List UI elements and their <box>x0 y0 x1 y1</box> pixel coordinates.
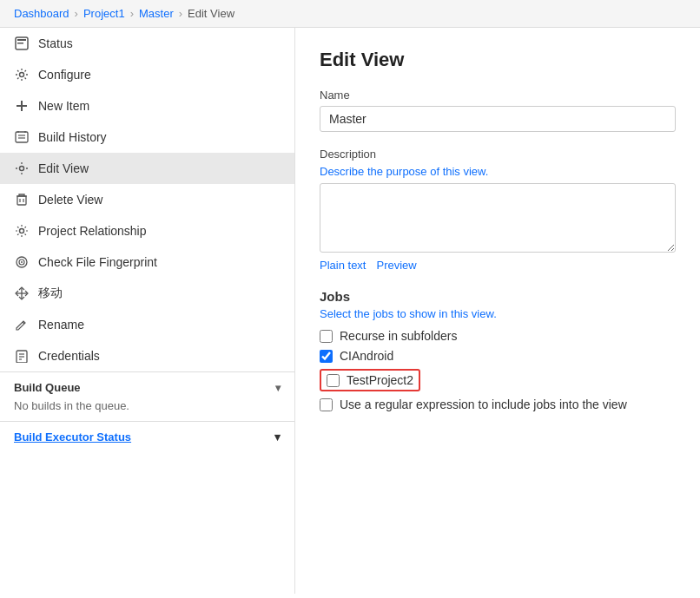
svg-point-15 <box>20 229 24 233</box>
delete-view-icon <box>14 192 30 207</box>
jobs-hint: Select the jobs to show in this view. <box>320 307 676 320</box>
svg-rect-6 <box>16 132 28 142</box>
job-label-regex: Use a regular expression to include jobs… <box>340 398 627 411</box>
sidebar-label-status: Status <box>38 36 73 50</box>
job-row-testproject2: TestProject2 <box>320 369 676 391</box>
jobs-title: Jobs <box>320 289 676 304</box>
build-executor-section: Build Executor Status ▾ <box>0 421 294 452</box>
job-label-testproject2: TestProject2 <box>347 373 413 387</box>
svg-point-18 <box>21 261 23 263</box>
breadcrumb-dashboard[interactable]: Dashboard <box>14 7 69 20</box>
build-executor-title-link[interactable]: Build Executor Status <box>14 430 131 444</box>
sidebar-label-new-item: New Item <box>38 99 89 113</box>
build-queue-content: No builds in the queue. <box>14 394 281 412</box>
main-content: Edit View Name Description Describe the … <box>295 28 700 594</box>
job-row-regex: Use a regular expression to include jobs… <box>320 398 676 411</box>
breadcrumb-project1[interactable]: Project1 <box>83 7 125 20</box>
new-item-icon <box>14 98 30 114</box>
svg-rect-1 <box>17 39 26 41</box>
description-textarea[interactable] <box>320 183 676 253</box>
testproject2-highlight: TestProject2 <box>320 369 420 391</box>
check-fingerprint-icon <box>14 254 30 270</box>
sidebar-label-project-relationship: Project Relationship <box>38 224 147 238</box>
sidebar-item-credentials[interactable]: Credentials <box>0 340 294 371</box>
sidebar-item-edit-view[interactable]: Edit View <box>0 153 294 184</box>
sidebar-label-build-history: Build History <box>38 130 107 144</box>
job-checkbox-recurse[interactable] <box>320 330 333 343</box>
sidebar-item-check-file-fingerprint[interactable]: Check File Fingerprint <box>0 246 294 278</box>
name-input[interactable] <box>320 106 676 132</box>
build-executor-header[interactable]: Build Executor Status ▾ <box>14 430 281 444</box>
sidebar-label-edit-view: Edit View <box>38 161 89 175</box>
svg-point-3 <box>20 73 24 77</box>
description-label: Description <box>320 148 676 161</box>
move-icon <box>14 286 30 301</box>
status-icon <box>14 36 30 51</box>
job-row-ciandroid: CIAndroid <box>320 349 676 363</box>
sidebar-item-status[interactable]: Status <box>0 28 294 59</box>
breadcrumb-sep-3: › <box>179 7 182 20</box>
build-queue-chevron-icon: ▾ <box>275 382 281 394</box>
breadcrumb-master[interactable]: Master <box>139 7 174 20</box>
build-queue-empty: No builds in the queue. <box>14 399 129 412</box>
page-title: Edit View <box>320 49 676 71</box>
rename-icon <box>14 317 30 332</box>
name-label: Name <box>320 89 676 102</box>
build-executor-chevron-icon: ▾ <box>274 430 281 444</box>
tab-plain-text[interactable]: Plain text <box>320 259 366 272</box>
description-hint[interactable]: Describe the purpose of this view. <box>320 165 676 178</box>
job-checkbox-ciandroid[interactable] <box>320 350 333 363</box>
project-relationship-icon <box>14 223 30 239</box>
edit-view-icon <box>14 161 30 176</box>
build-queue-header[interactable]: Build Queue ▾ <box>14 381 281 394</box>
jobs-section: Jobs Select the jobs to show in this vie… <box>320 289 676 411</box>
job-label-ciandroid: CIAndroid <box>340 349 393 363</box>
sidebar-label-move: 移动 <box>38 286 63 301</box>
breadcrumb-sep-1: › <box>75 7 78 20</box>
sidebar-label-rename: Rename <box>38 318 84 332</box>
sidebar-item-project-relationship[interactable]: Project Relationship <box>0 215 294 246</box>
sidebar-label-credentials: Credentials <box>38 349 100 363</box>
build-queue-section: Build Queue ▾ No builds in the queue. <box>0 371 294 421</box>
job-row-recurse: Recurse in subfolders <box>320 329 676 343</box>
breadcrumb-sep-2: › <box>130 7 134 20</box>
svg-rect-2 <box>17 43 23 44</box>
sidebar-label-check-file-fingerprint: Check File Fingerprint <box>38 255 157 269</box>
build-history-icon <box>14 129 30 145</box>
job-checkbox-regex[interactable] <box>320 398 333 411</box>
sidebar-item-delete-view[interactable]: Delete View <box>0 184 294 215</box>
sidebar-item-move[interactable]: 移动 <box>0 278 294 309</box>
sidebar-item-configure[interactable]: Configure <box>0 59 294 90</box>
main-layout: Status Configure New Item <box>0 28 700 594</box>
credentials-icon <box>14 348 30 364</box>
breadcrumb: Dashboard › Project1 › Master › Edit Vie… <box>0 0 700 28</box>
breadcrumb-current: Edit View <box>188 7 234 20</box>
sidebar-label-configure: Configure <box>38 68 91 82</box>
svg-rect-12 <box>17 196 26 205</box>
job-checkbox-testproject2[interactable] <box>327 374 340 387</box>
name-section: Name <box>320 89 676 132</box>
description-section: Description Describe the purpose of this… <box>320 148 676 272</box>
sidebar-item-rename[interactable]: Rename <box>0 309 294 340</box>
configure-icon <box>14 67 30 82</box>
job-label-recurse: Recurse in subfolders <box>340 329 457 343</box>
text-format-tabs: Plain text Preview <box>320 259 676 272</box>
sidebar-item-new-item[interactable]: New Item <box>0 90 294 122</box>
build-queue-title: Build Queue <box>14 381 81 394</box>
sidebar-label-delete-view: Delete View <box>38 193 102 207</box>
svg-point-11 <box>20 167 24 171</box>
sidebar: Status Configure New Item <box>0 28 295 594</box>
sidebar-item-build-history[interactable]: Build History <box>0 122 294 153</box>
tab-preview[interactable]: Preview <box>376 259 416 272</box>
